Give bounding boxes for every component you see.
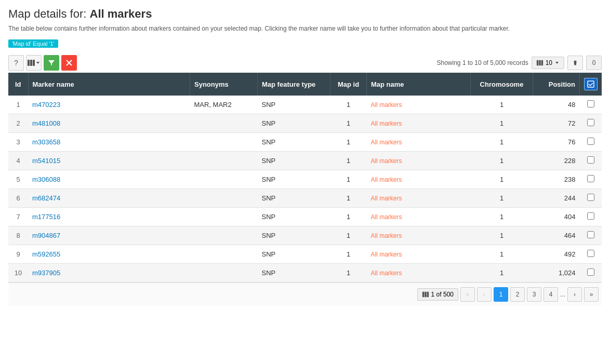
marker-name-link[interactable]: m177516 (32, 213, 60, 221)
marker-name-link[interactable]: m481008 (32, 119, 60, 127)
cell-map-id: 1 (330, 226, 367, 245)
map-name-link[interactable]: All markers (371, 213, 402, 221)
cell-map-name[interactable]: All markers (367, 170, 471, 189)
cell-map-id: 1 (330, 189, 367, 208)
cell-map-name[interactable]: All markers (367, 245, 471, 264)
cell-id: 5 (8, 170, 28, 189)
table-row: 7 m177516 SNP 1 All markers 1 404 (8, 208, 602, 226)
svg-rect-1 (30, 60, 32, 66)
cell-select[interactable] (580, 170, 602, 189)
marker-name-link[interactable]: m937905 (32, 269, 60, 277)
select-all-button[interactable] (584, 78, 598, 90)
cell-feature-type: SNP (258, 170, 330, 189)
cell-select[interactable] (580, 245, 602, 264)
cell-id: 9 (8, 245, 28, 264)
cell-marker-name[interactable]: m682474 (28, 189, 190, 208)
cell-marker-name[interactable]: m937905 (28, 264, 190, 282)
row-checkbox[interactable] (587, 156, 594, 164)
cell-synonyms (190, 245, 258, 264)
cell-select[interactable] (580, 114, 602, 133)
svg-rect-11 (427, 292, 429, 298)
row-checkbox[interactable] (587, 268, 594, 276)
map-name-link[interactable]: All markers (371, 139, 402, 146)
cell-map-name[interactable]: All markers (367, 152, 471, 170)
map-name-link[interactable]: All markers (371, 232, 402, 239)
row-checkbox[interactable] (587, 250, 594, 257)
last-page-button[interactable]: » (584, 287, 599, 302)
cell-chromosome: 1 (471, 152, 533, 170)
page-2-button[interactable]: 2 (510, 287, 525, 302)
cell-map-name[interactable]: All markers (367, 133, 471, 152)
marker-name-link[interactable]: m592655 (32, 250, 60, 258)
marker-name-link[interactable]: m904867 (32, 232, 60, 239)
cell-feature-type: SNP (258, 152, 330, 170)
cell-marker-name[interactable]: m306088 (28, 170, 190, 189)
row-checkbox[interactable] (587, 100, 594, 107)
cell-marker-name[interactable]: m904867 (28, 226, 190, 245)
cell-select[interactable] (580, 208, 602, 226)
marker-name-link[interactable]: m682474 (32, 194, 60, 202)
page-1-button[interactable]: 1 (494, 287, 508, 302)
col-header-select[interactable] (580, 73, 602, 96)
map-name-link[interactable]: All markers (371, 120, 402, 127)
table-row: 9 m592655 SNP 1 All markers 1 492 (8, 245, 602, 264)
map-name-link[interactable]: All markers (371, 157, 402, 165)
marker-name-link[interactable]: m541015 (32, 157, 60, 165)
cell-marker-name[interactable]: m470223 (28, 96, 190, 114)
svg-rect-2 (33, 60, 35, 66)
map-name-link[interactable]: All markers (371, 101, 402, 109)
map-name-link[interactable]: All markers (371, 176, 402, 183)
row-checkbox[interactable] (587, 138, 594, 145)
cell-select[interactable] (580, 152, 602, 170)
cell-map-name[interactable]: All markers (367, 264, 471, 282)
columns-button[interactable] (26, 55, 42, 71)
cell-feature-type: SNP (258, 133, 330, 152)
cell-id: 8 (8, 226, 28, 245)
cell-map-name[interactable]: All markers (367, 226, 471, 245)
map-name-link[interactable]: All markers (371, 251, 402, 258)
cell-chromosome: 1 (471, 245, 533, 264)
page-3-button[interactable]: 3 (527, 287, 541, 302)
cell-marker-name[interactable]: m592655 (28, 245, 190, 264)
col-header-map-name: Map name (367, 73, 471, 96)
map-name-link[interactable]: All markers (371, 269, 402, 277)
cell-select[interactable] (580, 264, 602, 282)
prev-page-button[interactable]: ‹ (477, 287, 492, 302)
help-button[interactable]: ? (8, 55, 24, 71)
page-4-button[interactable]: 4 (543, 287, 558, 302)
cell-map-name[interactable]: All markers (367, 114, 471, 133)
row-checkbox[interactable] (587, 212, 594, 220)
cell-position: 492 (533, 245, 580, 264)
row-checkbox[interactable] (587, 194, 594, 201)
filter-button[interactable] (44, 55, 59, 71)
cell-marker-name[interactable]: m177516 (28, 208, 190, 226)
cell-select[interactable] (580, 96, 602, 114)
cell-marker-name[interactable]: m303658 (28, 133, 190, 152)
table-row: 4 m541015 SNP 1 All markers 1 228 (8, 152, 602, 170)
page-info-button[interactable]: 1 of 500 (417, 288, 458, 301)
row-checkbox[interactable] (587, 175, 594, 182)
cell-select[interactable] (580, 133, 602, 152)
next-page-button[interactable]: › (567, 287, 582, 302)
cell-select[interactable] (580, 226, 602, 245)
cell-marker-name[interactable]: m481008 (28, 114, 190, 133)
row-checkbox[interactable] (587, 231, 594, 238)
marker-name-link[interactable]: m303658 (32, 138, 60, 146)
cell-map-id: 1 (330, 133, 367, 152)
cell-select[interactable] (580, 189, 602, 208)
filter-tag[interactable]: 'Map id' Equal '1' (8, 39, 58, 48)
delete-selected-button[interactable] (567, 56, 583, 70)
clear-filter-button[interactable] (61, 55, 77, 71)
map-name-link[interactable]: All markers (371, 195, 402, 202)
cell-position: 1,024 (533, 264, 580, 282)
cell-map-name[interactable]: All markers (367, 189, 471, 208)
cell-marker-name[interactable]: m541015 (28, 152, 190, 170)
marker-name-link[interactable]: m306088 (32, 176, 60, 183)
per-page-button[interactable]: 10 (532, 57, 564, 69)
cell-synonyms (190, 226, 258, 245)
marker-name-link[interactable]: m470223 (32, 101, 60, 109)
row-checkbox[interactable] (587, 119, 594, 126)
cell-map-name[interactable]: All markers (367, 208, 471, 226)
cell-map-name[interactable]: All markers (367, 96, 471, 114)
first-page-button[interactable]: « (460, 287, 475, 302)
